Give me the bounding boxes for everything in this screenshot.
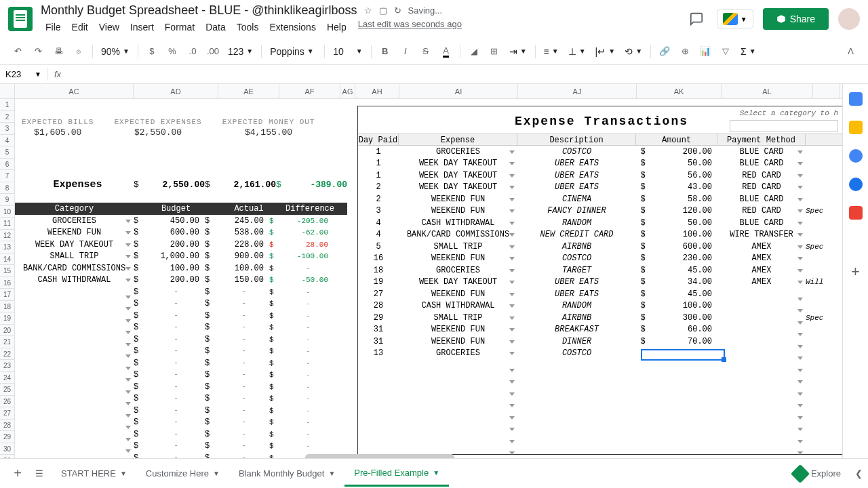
undo-button[interactable]: ↶: [8, 42, 27, 61]
wrap-button[interactable]: |↵▼: [591, 45, 620, 58]
transaction-row[interactable]: 3 WEEKEND FUN FANCY DINNER $120.00 RED C…: [358, 205, 842, 218]
category-row[interactable]: SMALL TRIP $1,000.00 $900.00 $-100.00: [15, 251, 347, 263]
increase-decimal-button[interactable]: .00: [203, 42, 222, 61]
collapse-toolbar-button[interactable]: ᐱ: [841, 42, 860, 61]
transactions-panel[interactable]: Select a category to h Expense Transacti…: [357, 106, 842, 455]
sheet-tab[interactable]: START HERE ▼: [52, 461, 136, 487]
percent-button[interactable]: %: [163, 42, 182, 61]
calendar-icon[interactable]: [849, 92, 863, 106]
link-button[interactable]: 🔗: [655, 42, 674, 61]
text-color-button[interactable]: A: [437, 42, 456, 61]
side-panel-toggle[interactable]: ❮: [855, 468, 863, 479]
sheet-tab[interactable]: Customize Here ▼: [136, 461, 229, 487]
menu-edit[interactable]: Edit: [67, 19, 93, 35]
menu-tools[interactable]: Tools: [232, 19, 264, 35]
decrease-decimal-button[interactable]: .0: [183, 42, 202, 61]
category-filter[interactable]: [730, 120, 838, 132]
transaction-row[interactable]: 18 GROCERIES TARGET $45.00 AMEX: [358, 264, 842, 277]
meet-button[interactable]: ▼: [717, 9, 753, 28]
last-edit-link[interactable]: Last edit was seconds ago: [358, 19, 462, 35]
row-headers[interactable]: 1234567891011121314151617181920212223242…: [0, 99, 15, 461]
category-table[interactable]: CategoryBudgetActualDifferenceGROCERIES …: [15, 203, 347, 461]
category-row[interactable]: CASH WITHDRAWAL $200.00 $150.00 $-50.00: [15, 274, 347, 287]
column-headers[interactable]: ACADAEAFAGAHAIAJAKAL: [0, 84, 842, 99]
functions-button[interactable]: Σ▼: [736, 45, 760, 58]
formula-bar: K23▼ fx: [0, 65, 868, 84]
cloud-icon[interactable]: ↻: [394, 5, 401, 16]
bold-button[interactable]: B: [376, 42, 395, 61]
menu-data[interactable]: Data: [201, 19, 231, 35]
borders-button[interactable]: ⊞: [485, 42, 504, 61]
zoom-select[interactable]: 90%▼: [97, 45, 134, 58]
category-row[interactable]: BANK/CARD COMMISSIONS $100.00 $100.00 $-: [15, 262, 347, 274]
star-icon[interactable]: ☆: [364, 5, 372, 16]
transaction-row[interactable]: 1 WEEK DAY TAKEOUT UBER EATS $50.00 BLUE…: [358, 158, 842, 170]
account-avatar[interactable]: [838, 8, 860, 30]
maps-icon[interactable]: [849, 206, 863, 220]
transactions-header: Day PaidExpenseDescriptionAmountPayment …: [358, 134, 842, 146]
add-on-plus-icon[interactable]: +: [851, 263, 860, 281]
explore-button[interactable]: Explore: [793, 467, 841, 481]
fx-icon: fx: [47, 69, 68, 79]
cell-name-box[interactable]: K23▼: [0, 68, 47, 81]
transaction-row[interactable]: 16 WEEKEND FUN COSTCO $230.00 AMEX: [358, 253, 842, 265]
app-header: Monthly Budget Spreadsheet - BLUE - @thi…: [0, 0, 868, 38]
tasks-icon[interactable]: [849, 149, 863, 163]
transaction-row[interactable]: 1 GROCERIES COSTCO $200.00 BLUE CARD: [358, 146, 842, 158]
redo-button[interactable]: ↷: [28, 42, 47, 61]
add-sheet-button[interactable]: +: [8, 464, 27, 483]
transactions-body[interactable]: 1 GROCERIES COSTCO $200.00 BLUE CARD 1 W…: [358, 146, 842, 454]
contacts-icon[interactable]: [849, 178, 863, 191]
category-row[interactable]: WEEK DAY TAKEOUT $200.00 $228.00 $28.00: [15, 239, 347, 251]
merge-button[interactable]: ⇥▼: [505, 45, 531, 58]
sheets-logo[interactable]: [8, 7, 33, 31]
transaction-row[interactable]: 19 WEEK DAY TAKEOUT UBER EATS $34.00 AME…: [358, 277, 842, 289]
menu-view[interactable]: View: [94, 19, 124, 35]
menu-extensions[interactable]: Extensions: [264, 19, 320, 35]
strike-button[interactable]: S: [416, 42, 435, 61]
paint-format-button[interactable]: ⟐: [69, 42, 88, 61]
transaction-row[interactable]: 4 BANK/CARD COMMISSIONS NEW CREDIT CARD …: [358, 229, 842, 241]
filter-button[interactable]: ▽: [716, 42, 735, 61]
menu-format[interactable]: Format: [160, 19, 199, 35]
transaction-row[interactable]: 27 WEEKEND FUN UBER EATS $45.00: [358, 288, 842, 300]
keep-icon[interactable]: [849, 121, 863, 134]
print-button[interactable]: 🖶: [49, 42, 68, 61]
category-row[interactable]: GROCERIES $450.00 $245.00 $-205.00: [15, 215, 347, 227]
menu-help[interactable]: Help: [322, 19, 351, 35]
menu-file[interactable]: File: [41, 19, 66, 35]
halign-button[interactable]: ≡▼: [540, 45, 563, 58]
fill-color-button[interactable]: ◢: [465, 42, 484, 61]
sheet-tab[interactable]: Pre-Filled Example ▼: [344, 461, 449, 487]
transaction-row[interactable]: 5 SMALL TRIP AIRBNB $600.00 AMEX Spec: [358, 241, 842, 253]
transaction-row[interactable]: 4 CASH WITHDRAWAL RANDOM $50.00 BLUE CAR…: [358, 217, 842, 229]
all-sheets-button[interactable]: ☰: [30, 464, 49, 483]
sheet-tab[interactable]: Blank Monthly Budget ▼: [229, 461, 344, 487]
transaction-row[interactable]: 13 GROCERIES COSTCO: [358, 348, 842, 360]
comment-button[interactable]: ⊕: [675, 42, 694, 61]
formula-input[interactable]: [68, 68, 868, 81]
currency-button[interactable]: $: [142, 42, 161, 61]
transaction-row[interactable]: 2 WEEKEND FUN CINEMA $58.00 BLUE CARD: [358, 193, 842, 205]
share-button[interactable]: Share: [763, 8, 829, 30]
transaction-row[interactable]: 29 SMALL TRIP AIRBNB $300.00 Spec: [358, 312, 842, 324]
font-select[interactable]: Poppins▼: [266, 45, 320, 58]
comments-icon[interactable]: [686, 8, 707, 30]
transaction-row[interactable]: 31 WEEKEND FUN DINNER $70.00: [358, 336, 842, 348]
rotate-button[interactable]: ⟲▼: [620, 45, 646, 58]
valign-button[interactable]: ⊥▼: [564, 45, 590, 58]
category-row[interactable]: WEEKEND FUN $600.00 $538.00 $-62.00: [15, 227, 347, 239]
grid-cells[interactable]: EXPECTED BILLS$1,605.00EXPECTED EXPENSES…: [15, 99, 842, 461]
chart-button[interactable]: 📊: [696, 42, 715, 61]
transaction-row[interactable]: 1 WEEK DAY TAKEOUT UBER EATS $56.00 RED …: [358, 169, 842, 182]
move-icon[interactable]: ▢: [379, 5, 387, 16]
transaction-row[interactable]: 2 WEEK DAY TAKEOUT UBER EATS $43.00 RED …: [358, 182, 842, 194]
menu-insert[interactable]: Insert: [125, 19, 159, 35]
format-select[interactable]: 123▼: [224, 45, 257, 58]
doc-title[interactable]: Monthly Budget Spreadsheet - BLUE - @thi…: [41, 3, 357, 18]
transaction-row[interactable]: 28 CASH WITHDRAWAL RANDOM $100.00: [358, 300, 842, 312]
transaction-row[interactable]: 31 WEEKEND FUN BREAKFAST $60.00: [358, 324, 842, 336]
italic-button[interactable]: I: [396, 42, 415, 61]
sheet-tab-bar: + ☰ START HERE ▼Customize Here ▼Blank Mo…: [0, 458, 868, 488]
font-size-select[interactable]: 10▼: [329, 45, 366, 58]
